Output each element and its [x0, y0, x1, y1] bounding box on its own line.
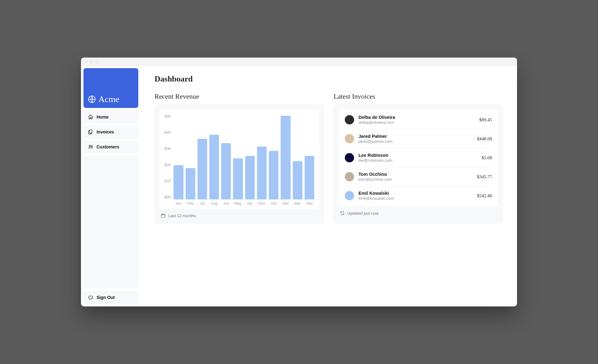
x-tick-label: Mar: [294, 201, 301, 206]
invoice-row[interactable]: Delba de Oliveiradelba@oliveira.com$89.4…: [345, 110, 492, 129]
x-tick-label: Jul: [200, 201, 205, 206]
invoice-info: Lee Robinsonlee@robinson.com: [358, 153, 477, 163]
main-content: Dashboard Recent Revenue $5K$4K$3K$2K$1K…: [141, 66, 517, 306]
bar-col: Apr: [245, 114, 255, 199]
invoice-name: Tom Occhino: [358, 172, 472, 177]
revenue-card: $5K$4K$3K$2K$1K$0K JanFebJulAugJunMayApr…: [154, 104, 324, 224]
invoice-row[interactable]: Lee Robinsonlee@robinson.com$5.00: [345, 148, 492, 167]
invoices-title: Latest Invoices: [334, 92, 503, 100]
invoice-amount: $5.00: [482, 155, 492, 161]
bar: [293, 161, 302, 199]
bar: [173, 165, 183, 199]
x-tick-label: Apr: [247, 201, 253, 206]
bar-col: Jul: [197, 114, 207, 199]
window-max-dot[interactable]: [95, 60, 98, 63]
svg-point-3: [91, 146, 93, 147]
x-tick-label: Dec: [282, 201, 289, 206]
sidebar-item-invoices[interactable]: Invoices: [83, 125, 138, 138]
invoice-amount: $345.77: [477, 174, 492, 180]
bar: [221, 143, 231, 199]
invoice-amount: $542.46: [477, 193, 492, 198]
revenue-footer: Last 12 months: [159, 209, 319, 219]
power-icon: [88, 294, 93, 301]
bar-col: Jan: [173, 114, 183, 199]
invoice-row[interactable]: Tom Occhinotom@occhino.com$345.77: [345, 167, 492, 186]
bar: [209, 135, 219, 199]
invoice-email: jared@palmer.com: [358, 139, 472, 144]
invoice-name: Lee Robinson: [358, 153, 477, 158]
signout-label: Sign Out: [97, 295, 115, 300]
brand-name: Acme: [98, 94, 119, 104]
invoice-info: Jared Palmerjared@palmer.com: [358, 134, 472, 144]
bar-col: Sep: [305, 114, 314, 199]
invoice-row[interactable]: Emil Kowalskiemil@kowalski.com$542.46: [345, 186, 492, 205]
window-close-dot[interactable]: [85, 60, 88, 63]
sidebar-item-label: Customers: [97, 144, 119, 149]
invoice-info: Emil Kowalskiemil@kowalski.com: [358, 191, 472, 201]
bar-col: Jun: [221, 114, 231, 199]
y-tick-label: $2K: [164, 163, 171, 167]
avatar: [345, 172, 354, 181]
bar-col: Nov: [257, 114, 267, 199]
page-title: Dashboard: [154, 74, 503, 84]
sidebar-item-home[interactable]: Home: [83, 110, 138, 124]
bar: [197, 139, 207, 199]
x-tick-label: Jun: [223, 201, 229, 206]
x-tick-label: Sep: [306, 201, 313, 206]
window-min-dot[interactable]: [90, 60, 93, 63]
brand-box: Acme: [83, 68, 138, 108]
invoice-email: delba@oliveira.com: [358, 120, 475, 125]
sidebar-item-label: Invoices: [97, 129, 114, 134]
invoice-amount: $448.00: [477, 136, 492, 142]
cards-row: Recent Revenue $5K$4K$3K$2K$1K$0K JanFeb…: [154, 92, 503, 224]
app-window: Acme Home: [81, 58, 517, 306]
bar: [257, 147, 267, 199]
invoice-info: Delba de Oliveiradelba@oliveira.com: [358, 115, 475, 125]
window-titlebar: [81, 58, 517, 66]
invoices-footer-text: Updated just now: [347, 211, 378, 216]
x-tick-label: Feb: [187, 201, 194, 206]
y-tick-label: $0K: [164, 195, 171, 199]
sidebar-nav: Home Invoices: [83, 110, 138, 153]
bar-col: Feb: [186, 114, 195, 199]
globe-icon: [88, 95, 96, 103]
invoice-row[interactable]: Jared Palmerjared@palmer.com$448.00: [345, 129, 492, 148]
calendar-icon: [161, 213, 166, 218]
avatar: [345, 153, 354, 162]
avatar: [345, 191, 354, 200]
bar: [245, 156, 255, 199]
bar-col: Aug: [209, 114, 219, 199]
revenue-footer-text: Last 12 months: [168, 213, 196, 218]
bar-col: Dec: [281, 114, 290, 199]
y-tick-label: $5K: [164, 114, 171, 119]
refresh-icon: [340, 211, 345, 216]
bar-col: Mar: [293, 114, 302, 199]
signout-button[interactable]: Sign Out: [83, 291, 138, 304]
x-tick-label: Aug: [211, 201, 217, 206]
invoice-info: Tom Occhinotom@occhino.com: [358, 172, 472, 182]
y-tick-label: $4K: [164, 130, 171, 135]
chart-y-axis: $5K$4K$3K$2K$1K$0K: [164, 114, 171, 206]
invoices-footer: Updated just now: [339, 206, 498, 216]
invoice-email: emil@kowalski.com: [358, 196, 472, 201]
invoice-name: Emil Kowalski: [358, 191, 472, 196]
sidebar-item-label: Home: [97, 114, 109, 119]
svg-rect-1: [89, 130, 92, 133]
users-icon: [88, 144, 93, 150]
x-tick-label: May: [235, 201, 242, 206]
chart-bars: JanFebJulAugJunMayAprNovOctDecMarSep: [173, 114, 314, 206]
avatar: [345, 115, 354, 124]
document-duplicate-icon: [88, 129, 93, 135]
invoices-card: Delba de Oliveiradelba@oliveira.com$89.4…: [334, 104, 503, 224]
sidebar-spacer: [83, 156, 138, 288]
y-tick-label: $1K: [164, 179, 171, 183]
x-tick-label: Nov: [259, 201, 265, 206]
bar: [233, 158, 243, 199]
bar-col: May: [233, 114, 243, 199]
sidebar-item-customers[interactable]: Customers: [83, 140, 138, 153]
bar: [269, 151, 278, 199]
svg-point-2: [89, 145, 91, 147]
avatar: [345, 134, 354, 143]
sidebar: Acme Home: [81, 66, 141, 306]
invoice-email: tom@occhino.com: [358, 177, 472, 182]
